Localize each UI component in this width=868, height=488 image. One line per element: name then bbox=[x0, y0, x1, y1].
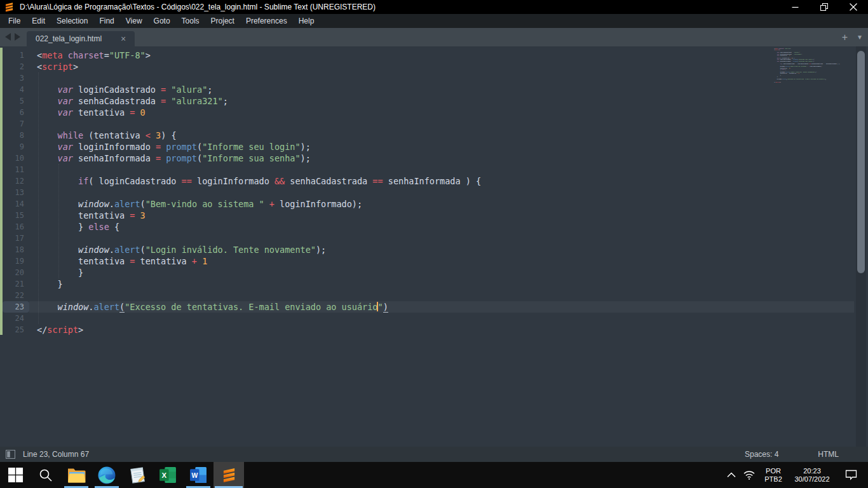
code-line[interactable]: <script> bbox=[37, 61, 853, 72]
minimap[interactable]: <meta charset="UTF-8"><script> var login… bbox=[774, 48, 844, 92]
next-tab-icon[interactable] bbox=[15, 33, 20, 41]
taskbar-search-icon[interactable] bbox=[31, 462, 61, 488]
menu-item-file[interactable]: File bbox=[3, 14, 26, 28]
line-number: 17 bbox=[3, 233, 29, 244]
taskbar-file-explorer-icon[interactable] bbox=[61, 462, 92, 488]
cursor-position: Line 23, Column 67 bbox=[23, 450, 89, 459]
code-line[interactable]: var loginInformado = prompt("Informe seu… bbox=[37, 141, 853, 152]
taskbar-notepad-icon[interactable] bbox=[122, 462, 153, 488]
code-line[interactable]: <meta charset="UTF-8"> bbox=[37, 50, 853, 61]
title-bar: D:\Alura\Lógica de Programação\Textos - … bbox=[0, 0, 868, 14]
code-line[interactable]: var senhaCadastrada = "alura321"; bbox=[37, 95, 853, 107]
menu-item-view[interactable]: View bbox=[120, 14, 148, 28]
line-number: 16 bbox=[3, 221, 29, 233]
tab-overflow-icon[interactable]: ▼ bbox=[857, 34, 863, 41]
menu-item-find[interactable]: Find bbox=[93, 14, 119, 28]
menu-item-preferences[interactable]: Preferences bbox=[240, 14, 293, 28]
line-number: 10 bbox=[3, 152, 29, 164]
wifi-icon[interactable] bbox=[740, 470, 759, 480]
line-number: 25 bbox=[3, 324, 29, 336]
code-line[interactable]: var loginCadastrado = "alura"; bbox=[37, 84, 853, 95]
editor[interactable]: 1234567891011121314151617181920212223242… bbox=[0, 46, 868, 447]
menu-item-tools[interactable]: Tools bbox=[176, 14, 205, 28]
desktop: D:\Alura\Lógica de Programação\Textos - … bbox=[0, 0, 868, 488]
code-line[interactable] bbox=[37, 187, 853, 198]
line-number: 12 bbox=[3, 175, 29, 187]
line-number: 3 bbox=[3, 72, 29, 84]
line-number: 4 bbox=[3, 84, 29, 95]
code-line[interactable]: if( loginCadastrado == loginInformado &&… bbox=[37, 175, 853, 187]
code-line[interactable] bbox=[37, 118, 853, 130]
menu-item-goto[interactable]: Goto bbox=[148, 14, 176, 28]
code-line[interactable]: } bbox=[37, 278, 853, 290]
taskbar-word-icon[interactable]: W bbox=[183, 462, 214, 488]
line-number: 24 bbox=[3, 313, 29, 324]
svg-text:W: W bbox=[191, 472, 198, 479]
code-line[interactable]: window.alert("Excesso de tentativas. E-m… bbox=[37, 301, 853, 313]
line-number: 15 bbox=[3, 210, 29, 221]
indentation-setting[interactable]: Spaces: 4 bbox=[745, 450, 778, 459]
code-line[interactable]: while (tentativa < 3) { bbox=[37, 130, 853, 141]
taskbar-sublime-text-icon[interactable] bbox=[214, 462, 244, 488]
menu-bar: FileEditSelectionFindViewGotoToolsProjec… bbox=[0, 14, 868, 28]
code-line[interactable]: } else { bbox=[37, 221, 853, 233]
code-line[interactable]: } bbox=[37, 267, 853, 278]
code-line[interactable]: </script> bbox=[37, 324, 853, 336]
minimize-button[interactable] bbox=[780, 0, 810, 14]
clock[interactable]: 20:23 30/07/2022 bbox=[788, 467, 836, 484]
code-line[interactable] bbox=[37, 164, 853, 175]
system-tray: POR PTB2 20:23 30/07/2022 bbox=[723, 462, 868, 488]
code-line[interactable]: window.alert("Login inválido. Tente nova… bbox=[37, 244, 853, 255]
code-line[interactable]: tentativa = tentativa + 1 bbox=[37, 255, 853, 267]
code-line[interactable] bbox=[37, 313, 853, 324]
menu-item-edit[interactable]: Edit bbox=[26, 14, 51, 28]
taskbar-edge-icon[interactable] bbox=[92, 462, 122, 488]
menu-item-help[interactable]: Help bbox=[293, 14, 320, 28]
code-area[interactable]: <meta charset="UTF-8"><script> var login… bbox=[37, 50, 853, 336]
code-line[interactable] bbox=[37, 72, 853, 84]
line-number: 23 bbox=[3, 301, 29, 313]
taskbar: XW POR PTB2 20:23 30/07/2022 bbox=[0, 462, 868, 488]
window-controls bbox=[780, 0, 868, 14]
line-number: 2 bbox=[3, 61, 29, 72]
line-number: 19 bbox=[3, 255, 29, 267]
close-button[interactable] bbox=[839, 0, 868, 14]
code-line[interactable] bbox=[37, 233, 853, 244]
restore-button[interactable] bbox=[810, 0, 839, 14]
line-number: 11 bbox=[3, 164, 29, 175]
line-number: 1 bbox=[3, 50, 29, 61]
window-title: D:\Alura\Lógica de Programação\Textos - … bbox=[20, 3, 376, 11]
line-number: 9 bbox=[3, 141, 29, 152]
taskbar-start-button[interactable] bbox=[0, 462, 31, 488]
line-number-gutter: 1234567891011121314151617181920212223242… bbox=[3, 50, 29, 336]
line-number: 14 bbox=[3, 198, 29, 210]
tab-022-tela-login[interactable]: 022_tela_login.html × bbox=[27, 31, 135, 46]
menu-item-selection[interactable]: Selection bbox=[51, 14, 93, 28]
code-line[interactable] bbox=[37, 290, 853, 301]
new-tab-button[interactable]: + bbox=[842, 32, 848, 43]
menu-item-project[interactable]: Project bbox=[205, 14, 240, 28]
status-bar: Line 23, Column 67 Spaces: 4 HTML bbox=[0, 447, 868, 462]
code-line[interactable]: tentativa = 3 bbox=[37, 210, 853, 221]
tab-label: 022_tela_login.html bbox=[36, 34, 102, 43]
taskbar-excel-icon[interactable]: X bbox=[153, 462, 183, 488]
syntax-setting[interactable]: HTML bbox=[818, 450, 839, 459]
language-indicator[interactable]: POR PTB2 bbox=[759, 467, 788, 484]
tab-bar: 022_tela_login.html × + ▼ bbox=[0, 28, 868, 46]
line-number: 6 bbox=[3, 107, 29, 118]
svg-text:X: X bbox=[161, 471, 166, 479]
code-line[interactable]: var senhaInformada = prompt("Informe sua… bbox=[37, 152, 853, 164]
action-center-icon[interactable] bbox=[836, 470, 865, 480]
tab-close-icon[interactable]: × bbox=[121, 34, 126, 43]
line-number: 13 bbox=[3, 187, 29, 198]
line-number: 20 bbox=[3, 267, 29, 278]
code-line[interactable]: window.alert("Bem-vindo ao sistema " + l… bbox=[37, 198, 853, 210]
code-line[interactable]: var tentativa = 0 bbox=[37, 107, 853, 118]
panel-toggle-icon[interactable] bbox=[6, 450, 15, 459]
prev-tab-icon[interactable] bbox=[5, 33, 11, 41]
line-number: 18 bbox=[3, 244, 29, 255]
line-number: 21 bbox=[3, 278, 29, 290]
line-number: 22 bbox=[3, 290, 29, 301]
tray-chevron-up-icon[interactable] bbox=[723, 472, 740, 478]
scrollbar-thumb[interactable] bbox=[857, 51, 865, 273]
